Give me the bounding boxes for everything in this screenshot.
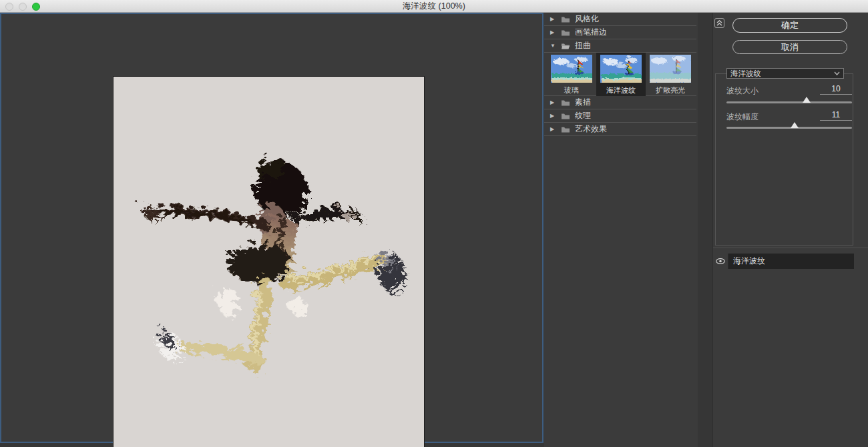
effect-layer-row[interactable]: 海洋波纹	[713, 254, 854, 269]
category-label: 画笔描边	[575, 27, 607, 38]
chevron-right-icon: ▶	[550, 126, 556, 132]
category-brush-strokes[interactable]: ▶ 画笔描边	[544, 26, 696, 39]
filter-params-group	[715, 73, 853, 246]
chevron-right-icon: ▶	[550, 16, 556, 22]
cancel-button[interactable]: 取消	[732, 40, 847, 54]
category-sketch[interactable]: ▶ 素描	[544, 96, 696, 109]
slider-thumb[interactable]	[791, 122, 799, 128]
double-chevron-up-icon	[716, 20, 722, 26]
layer-name: 海洋波纹	[733, 256, 765, 267]
filter-select-dropdown[interactable]: 海洋波纹	[726, 68, 844, 79]
category-label: 风格化	[575, 13, 599, 25]
category-stylize[interactable]: ▶ 风格化	[544, 13, 696, 26]
category-label: 素描	[575, 97, 591, 108]
category-distort[interactable]: ▼ 扭曲	[544, 39, 696, 53]
preview-canvas[interactable]	[113, 76, 425, 447]
close-button-icon	[5, 3, 13, 11]
ocean-ripple-preview-image	[114, 77, 424, 447]
minimize-button-icon	[19, 3, 27, 11]
ocean-ripple-thumbnail-image	[600, 55, 642, 83]
ripple-size-value[interactable]: 10	[820, 84, 852, 95]
eye-icon	[716, 258, 725, 264]
collapse-panel-button[interactable]	[714, 18, 724, 28]
folder-icon	[561, 29, 570, 36]
ripple-magnitude-label: 波纹幅度	[726, 111, 758, 123]
layer-visibility-toggle[interactable]	[713, 254, 728, 269]
ripple-size-label: 波纹大小	[726, 85, 758, 97]
filter-thumb-ocean-ripple[interactable]: 海洋波纹	[596, 53, 646, 96]
chevron-right-icon: ▶	[550, 29, 556, 35]
filter-thumb-label: 海洋波纹	[606, 85, 636, 95]
chevron-right-icon: ▶	[550, 113, 556, 119]
chevron-down-icon: ▼	[550, 43, 556, 49]
folder-icon	[561, 125, 570, 133]
open-folder-icon	[561, 42, 570, 49]
chevron-down-icon	[834, 71, 840, 75]
filter-gallery-list: ▶ 风格化 ▶ 画笔描边 ▼ 扭曲	[544, 13, 698, 447]
category-artistic[interactable]: ▶ 艺术效果	[544, 123, 696, 136]
folder-icon	[561, 15, 570, 23]
filter-preview-pane[interactable]	[0, 13, 544, 443]
layer-name-cell: 海洋波纹	[728, 254, 854, 269]
glass-thumbnail-image	[551, 55, 592, 83]
window-title: 海洋波纹 (100%)	[403, 1, 465, 12]
folder-icon	[561, 112, 570, 119]
category-label: 纹理	[575, 110, 591, 121]
category-label: 扭曲	[575, 40, 591, 51]
folder-icon	[561, 99, 570, 106]
traffic-lights	[5, 3, 40, 11]
diffuse-glow-thumbnail-image	[650, 55, 691, 83]
filter-thumb-label: 扩散亮光	[656, 85, 685, 95]
effect-layers-panel: 海洋波纹	[713, 248, 868, 447]
category-label: 艺术效果	[575, 123, 607, 135]
ripple-magnitude-value[interactable]: 11	[820, 110, 852, 121]
filter-settings-panel: 确定 取消 海洋波纹 波纹大小 10 波纹幅度 11 海洋波纹	[712, 13, 868, 447]
window-titlebar: 海洋波纹 (100%)	[0, 0, 868, 13]
ripple-size-slider[interactable]	[726, 101, 852, 103]
filter-select-value: 海洋波纹	[730, 69, 761, 79]
slider-thumb[interactable]	[803, 97, 811, 103]
filter-thumb-label: 玻璃	[564, 85, 579, 95]
filter-thumb-diffuse-glow[interactable]: 扩散亮光	[646, 53, 695, 96]
chevron-right-icon: ▶	[550, 99, 556, 105]
category-texture[interactable]: ▶ 纹理	[544, 109, 696, 123]
distort-thumbnails: 玻璃	[544, 53, 696, 96]
ok-button[interactable]: 确定	[732, 18, 847, 33]
filter-thumb-glass[interactable]: 玻璃	[547, 53, 596, 96]
zoom-button-icon[interactable]	[32, 3, 40, 11]
ripple-magnitude-slider[interactable]	[726, 127, 852, 129]
